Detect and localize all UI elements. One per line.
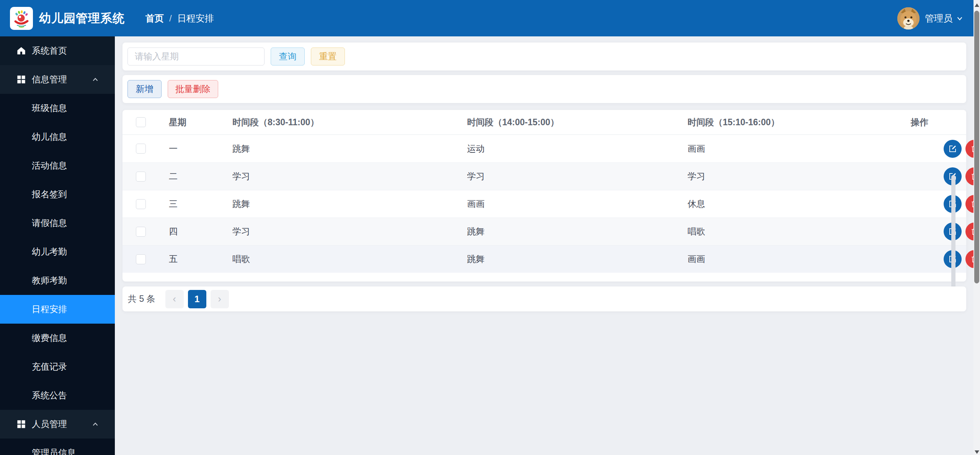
sidebar-item-system-notice[interactable]: 系统公告 xyxy=(0,381,115,410)
sidebar-group-personnel-management[interactable]: 人员管理 xyxy=(0,410,115,439)
scrollbar-down-arrow-icon[interactable] xyxy=(975,450,979,454)
sidebar-item-label: 报名签到 xyxy=(32,188,67,200)
query-button[interactable]: 查询 xyxy=(271,47,305,65)
row-checkbox[interactable] xyxy=(136,254,146,264)
app-logo xyxy=(10,7,33,30)
table-scrollbar-thumb[interactable] xyxy=(951,175,956,305)
sidebar-item-teacher-attendance[interactable]: 教师考勤 xyxy=(0,266,115,295)
reset-button[interactable]: 重置 xyxy=(311,47,345,65)
sidebar-item-label: 请假信息 xyxy=(32,217,67,229)
row-checkbox[interactable] xyxy=(136,172,146,182)
sidebar-item-label: 管理员信息 xyxy=(32,447,76,455)
sidebar-item-label: 活动信息 xyxy=(32,160,67,172)
chevron-down-icon xyxy=(956,14,964,23)
home-icon xyxy=(16,46,26,56)
page-scrollbar[interactable] xyxy=(973,0,980,455)
cell-slot1: 跳舞 xyxy=(232,143,467,155)
sidebar-nav: 系统首页 信息管理 班级信息 幼儿信息 活动信息 报名签到 请假信息 幼儿考勤 … xyxy=(0,36,115,455)
cell-week: 一 xyxy=(169,143,232,155)
col-header-week: 星期 xyxy=(169,116,232,128)
toolbar-panel: 新增 批量删除 xyxy=(122,75,966,103)
scrollbar-thumb[interactable] xyxy=(974,11,979,283)
user-menu[interactable]: 管理员 xyxy=(897,7,964,29)
cell-slot2: 跳舞 xyxy=(467,226,688,237)
batch-delete-button[interactable]: 批量删除 xyxy=(168,80,218,98)
cell-slot3: 休息 xyxy=(688,198,911,210)
sidebar-item-activity-info[interactable]: 活动信息 xyxy=(0,151,115,180)
sidebar-item-leave-info[interactable]: 请假信息 xyxy=(0,209,115,237)
cell-slot1: 学习 xyxy=(232,170,467,182)
row-checkbox[interactable] xyxy=(136,144,146,154)
col-header-slot3: 时间段（15:10-16:00） xyxy=(688,116,911,128)
cell-slot3: 唱歌 xyxy=(688,226,911,237)
cell-slot2: 学习 xyxy=(467,170,688,182)
cell-slot3: 画画 xyxy=(688,253,911,265)
sidebar-item-label: 日程安排 xyxy=(32,303,67,315)
cell-slot3: 学习 xyxy=(688,170,911,182)
sidebar-item-label: 充值记录 xyxy=(32,361,67,373)
edit-icon xyxy=(948,144,957,153)
avatar[interactable] xyxy=(897,7,920,29)
sidebar-item-payment-info[interactable]: 缴费信息 xyxy=(0,324,115,352)
breadcrumb-separator: / xyxy=(169,13,172,24)
cell-slot1: 学习 xyxy=(232,226,467,237)
cell-slot2: 跳舞 xyxy=(467,253,688,265)
pagination-panel: 共 5 条 ‹ 1 › xyxy=(122,286,966,311)
breadcrumb-current: 日程安排 xyxy=(177,12,214,25)
cell-slot1: 唱歌 xyxy=(232,253,467,265)
breadcrumb-home[interactable]: 首页 xyxy=(145,12,164,25)
select-all-checkbox[interactable] xyxy=(136,117,146,127)
sidebar-item-label: 班级信息 xyxy=(32,102,67,114)
breadcrumb: 首页 / 日程安排 xyxy=(145,12,214,25)
row-checkbox[interactable] xyxy=(136,227,146,237)
main-content: 查询 重置 新增 批量删除 星期 时间段（8:30-11:00） 时间段（14:… xyxy=(115,36,973,455)
sidebar-group-label: 人员管理 xyxy=(32,418,67,430)
table-header-row: 星期 时间段（8:30-11:00） 时间段（14:00-15:00） 时间段（… xyxy=(122,110,966,135)
sidebar-item-child-attendance[interactable]: 幼儿考勤 xyxy=(0,237,115,266)
chevron-up-icon xyxy=(91,420,100,429)
sidebar-item-label: 系统公告 xyxy=(32,390,67,401)
cell-week: 五 xyxy=(169,253,232,265)
cell-slot2: 画画 xyxy=(467,198,688,210)
sidebar-item-home[interactable]: 系统首页 xyxy=(0,36,115,65)
row-checkbox[interactable] xyxy=(136,199,146,209)
grid-icon xyxy=(16,74,26,85)
sidebar-group-info-management[interactable]: 信息管理 xyxy=(0,65,115,94)
sidebar-item-child-info[interactable]: 幼儿信息 xyxy=(0,123,115,151)
chevron-up-icon xyxy=(91,75,100,84)
table-row: 五 唱歌 跳舞 画画 xyxy=(122,245,966,273)
sidebar-item-label: 幼儿考勤 xyxy=(32,246,67,258)
sidebar-item-schedule-active[interactable]: 日程安排 xyxy=(0,295,115,324)
sidebar-item-class-info[interactable]: 班级信息 xyxy=(0,94,115,123)
cell-slot1: 跳舞 xyxy=(232,198,467,210)
pagination-page-1[interactable]: 1 xyxy=(188,290,206,308)
scrollbar-up-arrow-icon[interactable] xyxy=(975,3,979,7)
pagination-prev-button[interactable]: ‹ xyxy=(165,290,184,308)
sidebar-item-label: 系统首页 xyxy=(32,45,67,57)
col-header-actions: 操作 xyxy=(911,116,966,128)
avatar-dog-image xyxy=(897,7,920,29)
sidebar-item-label: 幼儿信息 xyxy=(32,131,67,143)
sidebar-item-admin-info[interactable]: 管理员信息 xyxy=(0,439,115,455)
cell-week: 四 xyxy=(169,226,232,237)
kindergarten-logo-icon xyxy=(12,9,31,28)
grid-icon xyxy=(16,419,26,429)
search-panel: 查询 重置 xyxy=(122,43,966,70)
app-title: 幼儿园管理系统 xyxy=(39,10,125,26)
week-search-input[interactable] xyxy=(127,47,265,65)
sidebar-group-label: 信息管理 xyxy=(32,74,67,85)
table-row: 二 学习 学习 学习 xyxy=(122,162,966,190)
sidebar-item-recharge-records[interactable]: 充值记录 xyxy=(0,352,115,381)
sidebar-item-signup-checkin[interactable]: 报名签到 xyxy=(0,180,115,209)
pagination-total: 共 5 条 xyxy=(128,293,155,305)
edit-button[interactable] xyxy=(944,140,962,158)
sidebar-item-label: 缴费信息 xyxy=(32,332,67,344)
top-header: 幼儿园管理系统 首页 / 日程安排 管 xyxy=(0,0,980,36)
col-header-slot2: 时间段（14:00-15:00） xyxy=(467,116,688,128)
pagination-next-button[interactable]: › xyxy=(211,290,229,308)
cell-week: 三 xyxy=(169,198,232,210)
add-button[interactable]: 新增 xyxy=(127,80,162,98)
schedule-table: 星期 时间段（8:30-11:00） 时间段（14:00-15:00） 时间段（… xyxy=(122,110,966,282)
cell-slot3: 画画 xyxy=(688,143,911,155)
table-row: 一 跳舞 运动 画画 xyxy=(122,135,966,162)
